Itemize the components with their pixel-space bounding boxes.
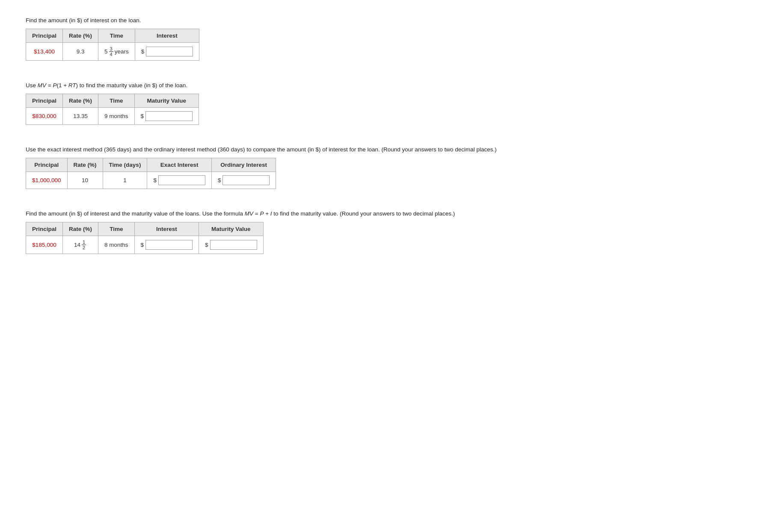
formula-i: I <box>270 210 272 217</box>
time-fraction: 3 4 <box>109 46 113 57</box>
principal-value: $185,000 <box>32 242 56 248</box>
interest-input[interactable] <box>145 240 193 250</box>
col-header-ordinary: Ordinary Interest <box>211 158 276 172</box>
time-cell: 8 months <box>98 236 135 254</box>
interest-dollar: $ <box>141 48 145 55</box>
section3-table: Principal Rate (%) Time (days) Exact Int… <box>26 158 276 189</box>
section4-table: Principal Rate (%) Time Interest Maturit… <box>26 222 264 254</box>
interest-dollar: $ <box>141 242 144 248</box>
time-cell: 5 3 4 years <box>98 43 135 61</box>
maturity-dollar: $ <box>141 113 144 119</box>
principal-value: $13,400 <box>34 48 55 55</box>
maturity-dollar: $ <box>205 242 208 248</box>
rate-cell: 13.35 <box>63 108 98 125</box>
time-mixed: 5 3 4 years <box>104 46 129 57</box>
table-row: $1,000,000 10 1 $ $ <box>26 172 276 189</box>
section2-table: Principal Rate (%) Time Maturity Value $… <box>26 94 199 125</box>
time-cell: 1 <box>103 172 147 189</box>
section4-instruction: Find the amount (in $) of interest and t… <box>26 210 748 217</box>
formula-rt: RT <box>68 82 76 89</box>
table-row: $13,400 9.3 5 3 4 years $ <box>26 43 199 61</box>
formula-mv: MV <box>38 82 46 89</box>
section-4: Find the amount (in $) of interest and t… <box>26 210 748 254</box>
rate-cell: 14 1 2 <box>63 236 98 254</box>
rate-cell: 9.3 <box>63 43 98 61</box>
col-header-rate: Rate (%) <box>67 158 103 172</box>
col-header-rate: Rate (%) <box>63 29 98 43</box>
col-header-rate: Rate (%) <box>63 94 98 108</box>
interest-input[interactable] <box>146 47 193 56</box>
principal-cell: $13,400 <box>26 43 63 61</box>
principal-cell: $1,000,000 <box>26 172 68 189</box>
col-header-time: Time <box>98 29 135 43</box>
time-unit: years <box>115 48 129 55</box>
principal-cell: $830,000 <box>26 108 63 125</box>
maturity-cell: $ <box>134 108 199 125</box>
col-header-maturity: Maturity Value <box>199 222 264 236</box>
rate-mixed: 14 1 2 <box>74 239 87 250</box>
col-header-exact: Exact Interest <box>147 158 212 172</box>
maturity-input[interactable] <box>145 111 193 121</box>
col-header-principal: Principal <box>26 29 63 43</box>
section1-table: Principal Rate (%) Time Interest $13,400… <box>26 29 199 61</box>
principal-cell: $185,000 <box>26 236 63 254</box>
time-cell: 9 months <box>98 108 135 125</box>
col-header-rate: Rate (%) <box>63 222 98 236</box>
rate-whole: 14 <box>74 242 80 248</box>
exact-cell: $ <box>147 172 212 189</box>
maturity-cell: $ <box>199 236 264 254</box>
formula-mv: MV <box>245 210 253 217</box>
col-header-principal: Principal <box>26 222 63 236</box>
section3-instruction: Use the exact interest method (365 days)… <box>26 146 748 153</box>
table-row: $185,000 14 1 2 8 months $ <box>26 236 264 254</box>
interest-cell: $ <box>135 43 199 61</box>
col-header-time: Time (days) <box>103 158 147 172</box>
col-header-principal: Principal <box>26 94 63 108</box>
section2-instruction: Use MV = P(1 + RT) to find the maturity … <box>26 82 748 89</box>
section-3: Use the exact interest method (365 days)… <box>26 146 748 189</box>
ordinary-dollar: $ <box>218 177 221 183</box>
col-header-interest: Interest <box>134 222 199 236</box>
exact-dollar: $ <box>153 177 157 183</box>
col-header-time: Time <box>98 94 135 108</box>
ordinary-input[interactable] <box>222 175 270 185</box>
formula-p: P <box>53 82 56 89</box>
section-2: Use MV = P(1 + RT) to find the maturity … <box>26 82 748 125</box>
section-1: Find the amount (in $) of interest on th… <box>26 17 748 61</box>
rate-cell: 10 <box>67 172 103 189</box>
exact-input[interactable] <box>158 175 205 185</box>
interest-cell: $ <box>134 236 199 254</box>
rate-fraction: 1 2 <box>82 239 86 250</box>
time-whole: 5 <box>104 48 108 55</box>
col-header-time: Time <box>98 222 135 236</box>
formula-p: P <box>260 210 264 217</box>
col-header-principal: Principal <box>26 158 68 172</box>
col-header-interest: Interest <box>135 29 199 43</box>
col-header-maturity: Maturity Value <box>134 94 199 108</box>
section1-instruction: Find the amount (in $) of interest on th… <box>26 17 748 24</box>
principal-value: $830,000 <box>32 113 56 119</box>
ordinary-cell: $ <box>211 172 276 189</box>
table-row: $830,000 13.35 9 months $ <box>26 108 199 125</box>
maturity-input[interactable] <box>210 240 257 250</box>
principal-value: $1,000,000 <box>32 177 61 183</box>
